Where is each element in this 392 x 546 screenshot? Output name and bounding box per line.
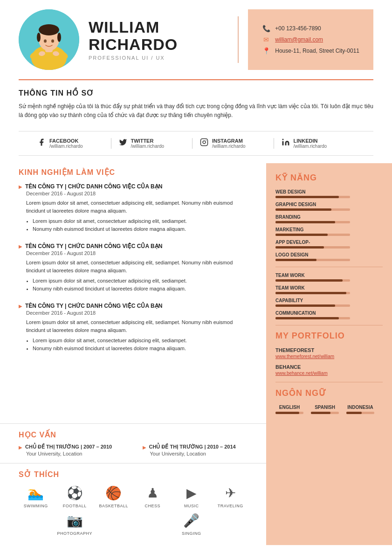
- work-desc-2: Lorem ipsum dolor sit amet, consectetuer…: [26, 259, 248, 274]
- skill-bar-bg: [275, 279, 350, 282]
- portfolio-link[interactable]: www.behance.net/william: [275, 371, 328, 376]
- location-icon: 📍: [262, 47, 270, 55]
- edu-degree-1: CHỦ ĐỀ THỊ TRƯỜNG | 2007 – 2010: [25, 444, 112, 450]
- skill-item: TEAM WORK: [275, 273, 383, 282]
- work-company-2: TÊN CÔNG TY | CHỨC DANH CÔNG VIỆC CỦA BẠ…: [25, 243, 162, 249]
- facebook-icon: [37, 138, 46, 149]
- hobby-label: CHESS: [144, 504, 160, 508]
- header: WILLIAM RICHARDO PROFESSIONAL UI / UX 📞 …: [0, 0, 392, 79]
- email-text[interactable]: william@gmail.com: [275, 36, 323, 43]
- hobby-icon: ▶: [186, 485, 197, 501]
- hobbies-title: SỞ THÍCH: [19, 470, 248, 479]
- phone-icon: 📞: [262, 25, 270, 32]
- work-bullets-3: Lorem ipsum dolor sit amet, consectetuer…: [26, 337, 248, 352]
- lang-item: SPANISH: [311, 405, 339, 414]
- contact-block: 📞 +00 123-456-7890 ✉ william@gmail.com 📍…: [248, 9, 373, 70]
- hobby-label: MUSIC: [184, 504, 199, 508]
- hobby-item: ▶ MUSIC: [175, 485, 208, 508]
- bullet: Lorem ipsum dolor sit amet, consectetuer…: [33, 217, 248, 225]
- lang-bar-bg: [275, 412, 303, 414]
- edu-degree-2: CHỦ ĐỀ THỊ TRƯỜNG | 2010 – 2014: [149, 444, 236, 450]
- hobby-item: 🎤 SINGING: [175, 513, 208, 536]
- facebook-handle: /william.richardo: [49, 144, 83, 149]
- edu-item-1: ▶ CHỦ ĐỀ THỊ TRƯỜNG | 2007 – 2010 Your U…: [19, 444, 124, 456]
- bullet: Nonumy nibh euismod tincidunt ut laoreet…: [33, 285, 248, 293]
- edu-uni-1: Your University, Location: [26, 451, 124, 456]
- portfolio-name: BEHANCE: [275, 364, 383, 370]
- skill-item: COMMUNICATION: [275, 311, 383, 319]
- work-desc-3: Lorem ipsum dolor sit amet, consectetuer…: [26, 318, 248, 334]
- work-company-1: TÊN CÔNG TY | CHỨC DANH CÔNG VIỆC CỦA BẠ…: [25, 183, 162, 190]
- skill-label: TEAM WORK: [275, 273, 383, 278]
- skill-bar-bg: [275, 317, 350, 319]
- edu-arrow-1: ▶: [19, 445, 22, 450]
- skill-label: GRAPHIC DESIGN: [275, 202, 383, 207]
- skill-bar-fill: [275, 317, 339, 319]
- bullet: Lorem ipsum dolor sit amet, consectetuer…: [33, 277, 248, 285]
- edu-item-2: ▶ CHỦ ĐỀ THỊ TRƯỜNG | 2010 – 2014 Your U…: [143, 444, 248, 456]
- skill-bar-fill: [275, 221, 335, 223]
- skill-bar-fill: [275, 259, 316, 261]
- svg-rect-13: [201, 139, 208, 146]
- work-title: KINH NGHIỆM LÀM VIỆC: [19, 168, 248, 177]
- linkedin-icon: [282, 138, 290, 149]
- phone-text: +00 123-456-7890: [275, 25, 321, 32]
- twitter-label: TWITTER: [131, 138, 165, 144]
- page: WILLIAM RICHARDO PROFESSIONAL UI / UX 📞 …: [0, 0, 392, 546]
- portfolio-title: MY PORTFOLIO: [275, 331, 383, 341]
- hobby-item: ♟ CHESS: [136, 485, 169, 508]
- work-entry-3: ▶ TÊN CÔNG TY | CHỨC DANH CÔNG VIỆC CỦA …: [19, 303, 248, 352]
- skill-bar-bg: [275, 196, 350, 198]
- social-twitter[interactable]: TWITTER /william.richardo: [111, 138, 193, 149]
- social-linkedin[interactable]: LINKEDIN /william.richardo: [274, 138, 355, 149]
- portfolio-divider: [275, 325, 383, 325]
- skill-item: WEB DESIGN: [275, 189, 383, 198]
- work-date-3: December 2016 - August 2018: [26, 310, 248, 316]
- hobby-item: ✈ TRAVELING: [214, 485, 247, 508]
- lang-item: ENGLISH: [275, 405, 303, 414]
- lang-name: SPANISH: [315, 405, 335, 410]
- bullet: Nonumy nibh euismod tincidunt ut laoreet…: [33, 345, 248, 352]
- lang-divider: [275, 382, 383, 382]
- skill-label: APP DEVELOP-: [275, 240, 383, 245]
- skill-bar-bg: [275, 234, 350, 236]
- hobby-label: PHOTOGRAPHY: [57, 531, 92, 536]
- header-divider: [238, 16, 239, 63]
- lang-title: NGÔN NGỮ: [275, 388, 383, 398]
- bullet: Nonumy nibh euismod tincidunt ut laoreet…: [33, 225, 248, 233]
- facebook-info: FACEBOOK /william.richardo: [49, 138, 83, 149]
- skill-bar-bg: [275, 292, 350, 294]
- right-col: KỸ NĂNG WEB DESIGN GRAPHIC DESIGN BRANDI…: [266, 163, 392, 423]
- hobby-label: SWIMMING: [24, 504, 48, 508]
- portfolio-item: BEHANCE www.behance.net/william: [275, 364, 383, 376]
- edu-uni-2: Your University, Location: [150, 451, 248, 456]
- skill-bar-fill: [275, 292, 346, 294]
- hobby-label: SINGING: [182, 531, 201, 536]
- social-facebook[interactable]: FACEBOOK /william.richardo: [37, 138, 111, 149]
- profile-section: THÔNG TIN HỒ SƠ Sứ mệnh nghề nghiệp của …: [0, 80, 392, 124]
- address-text: House-11, Road, Street City-0011: [275, 48, 359, 54]
- lang-name: INDONESIA: [347, 405, 373, 410]
- work-desc-1: Lorem ipsum dolor sit amet, consectetuer…: [26, 199, 248, 214]
- portfolio-link[interactable]: www.themeforest.net/william: [275, 354, 334, 359]
- twitter-info: TWITTER /william.richardo: [131, 138, 165, 149]
- portfolio-item: THEMEFOREST www.themeforest.net/william: [275, 347, 383, 359]
- portfolio-items: THEMEFOREST www.themeforest.net/william …: [275, 347, 383, 376]
- skill-item: TEAM WORK: [275, 285, 383, 294]
- skill-label: TEAM WORK: [275, 285, 383, 290]
- lang-bar-fill: [346, 412, 362, 414]
- edu-grid: ▶ CHỦ ĐỀ THỊ TRƯỜNG | 2007 – 2010 Your U…: [19, 444, 248, 456]
- hobby-item: 🏊 SWIMMING: [20, 485, 52, 508]
- svg-point-11: [44, 40, 47, 43]
- skill-item: CAPABILITY: [275, 298, 383, 307]
- portfolio-name: THEMEFOREST: [275, 347, 383, 353]
- work-bullets-2: Lorem ipsum dolor sit amet, consectetuer…: [26, 277, 248, 292]
- social-instagram[interactable]: INSTAGRAM /william.richardo: [193, 138, 274, 149]
- lang-bar-fill: [275, 412, 299, 414]
- work-arrow-1: ▶: [19, 184, 22, 189]
- lang-bar-bg: [346, 412, 374, 414]
- skill-label: WEB DESIGN: [275, 189, 383, 194]
- skill-item: GRAPHIC DESIGN: [275, 202, 383, 211]
- work-company-3: TÊN CÔNG TY | CHỨC DANH CÔNG VIỆC CỦA BẠ…: [25, 303, 162, 309]
- hobby-item: 🏀 BASKETBALL: [97, 485, 130, 508]
